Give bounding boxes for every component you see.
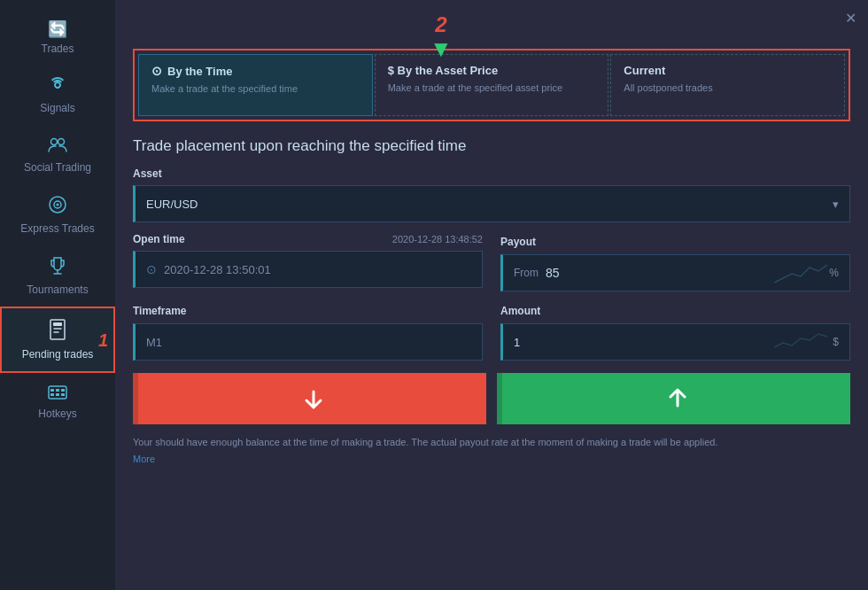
open-time-label: Open time — [133, 233, 185, 245]
sidebar-item-label: Hotkeys — [38, 408, 76, 420]
asset-dropdown[interactable]: EUR/USD ▾ — [133, 185, 850, 222]
open-time-value: 2020-12-28 13:50:01 — [164, 263, 271, 276]
badge-2: 2 — [435, 12, 446, 37]
arrow-down-icon — [301, 386, 326, 411]
timeframe-input[interactable]: M1 — [133, 323, 483, 361]
tab-by-asset-title: $ By the Asset Price — [388, 64, 596, 77]
svg-rect-8 — [50, 389, 54, 392]
clock-icon: ⊙ — [151, 64, 162, 78]
svg-rect-12 — [56, 393, 59, 396]
tab-by-time-desc: Make a trade at the specified time — [151, 82, 360, 95]
signals-icon — [49, 76, 66, 98]
express-trades-icon — [48, 195, 67, 219]
payout-input[interactable]: From 85 % — [500, 254, 850, 291]
tab-current[interactable]: Current All postponed trades — [610, 54, 845, 116]
payout-label: Payout — [500, 236, 536, 248]
tab-by-asset-price[interactable]: $ By the Asset Price Make a trade at the… — [375, 54, 609, 116]
svg-rect-13 — [61, 393, 65, 396]
down-button-accent — [133, 373, 138, 424]
tab-by-asset-desc: Make a trade at the specified asset pric… — [388, 82, 596, 94]
amount-unit: $ — [833, 336, 839, 348]
timeframe-label: Timeframe — [133, 305, 186, 317]
sidebar-item-express-trades[interactable]: Express Trades — [0, 184, 115, 245]
svg-point-1 — [58, 139, 65, 145]
sidebar-item-label: Trades — [42, 43, 74, 55]
sidebar-item-trades[interactable]: 🔄 Trades — [0, 9, 115, 66]
sidebar: 🔄 Trades Signals Social Tradi — [0, 0, 115, 590]
tab-by-time[interactable]: ⊙ By the Time Make a trade at the specif… — [138, 54, 373, 116]
pending-trades-icon — [49, 319, 66, 345]
trade-buttons — [133, 373, 850, 424]
amount-graph — [774, 330, 827, 356]
sidebar-item-signals[interactable]: Signals — [0, 66, 115, 125]
trade-down-button[interactable] — [133, 373, 486, 424]
payout-from: From — [514, 267, 539, 279]
down-arrow-2: ▼ — [430, 37, 453, 60]
svg-rect-9 — [56, 389, 59, 392]
arrow-up-icon — [665, 386, 690, 411]
svg-point-4 — [57, 204, 59, 206]
payout-unit: % — [829, 267, 839, 279]
tab-current-desc: All postponed trades — [624, 82, 832, 94]
amount-input[interactable]: 1 $ — [500, 323, 850, 361]
tab-container: ⊙ By the Time Make a trade at the specif… — [133, 49, 850, 121]
tab-by-time-title: ⊙ By the Time — [151, 64, 360, 78]
open-time-current: 2020-12-28 13:48:52 — [392, 234, 483, 245]
badge-1: 1 — [98, 330, 108, 350]
tab-current-title: Current — [624, 64, 832, 77]
sidebar-item-social-trading[interactable]: Social Trading — [0, 125, 115, 184]
sidebar-item-label: Signals — [40, 102, 74, 114]
form-title: Trade placement upon reaching the specif… — [133, 137, 850, 155]
svg-point-0 — [51, 139, 58, 145]
open-time-input[interactable]: ⊙ 2020-12-28 13:50:01 — [133, 251, 483, 288]
more-link[interactable]: More — [133, 454, 850, 464]
sidebar-item-label: Pending trades — [22, 348, 94, 361]
svg-rect-11 — [50, 393, 54, 396]
trade-up-button[interactable] — [497, 373, 850, 424]
hotkeys-icon — [48, 384, 67, 404]
sidebar-item-label: Tournaments — [27, 283, 88, 296]
svg-rect-7 — [49, 386, 66, 399]
timeframe-value: M1 — [146, 336, 471, 349]
chevron-down-icon: ▾ — [833, 198, 839, 211]
tournaments-icon — [49, 256, 66, 280]
timeframe-group: Timeframe M1 — [133, 302, 483, 361]
sidebar-item-tournaments[interactable]: Tournaments — [0, 245, 115, 307]
note-text: Your should have enough balance at the t… — [133, 435, 850, 450]
asset-label: Asset — [133, 167, 850, 180]
svg-rect-10 — [61, 389, 65, 392]
asset-value: EUR/USD — [146, 198, 825, 211]
clock-icon: ⊙ — [146, 262, 157, 276]
close-button[interactable]: ✕ — [840, 7, 861, 28]
up-button-accent — [497, 373, 502, 424]
amount-group: Amount 1 $ — [500, 302, 850, 361]
sidebar-item-pending-trades[interactable]: Pending trades 1 « — [0, 307, 115, 373]
open-time-group: Open time 2020-12-28 13:48:52 ⊙ 2020-12-… — [133, 233, 483, 291]
payout-group: Payout From 85 % — [500, 233, 850, 291]
amount-label: Amount — [500, 305, 540, 317]
sidebar-item-label: Social Trading — [24, 161, 91, 174]
payout-graph — [774, 260, 827, 287]
social-trading-icon — [48, 136, 67, 158]
main-panel: ✕ 2 ▼ ⊙ By the Time Make a trade at the … — [115, 0, 868, 590]
sidebar-item-label: Express Trades — [20, 222, 94, 235]
svg-rect-6 — [53, 322, 62, 326]
trades-icon: 🔄 — [48, 19, 67, 39]
sidebar-item-hotkeys[interactable]: Hotkeys — [0, 373, 115, 431]
